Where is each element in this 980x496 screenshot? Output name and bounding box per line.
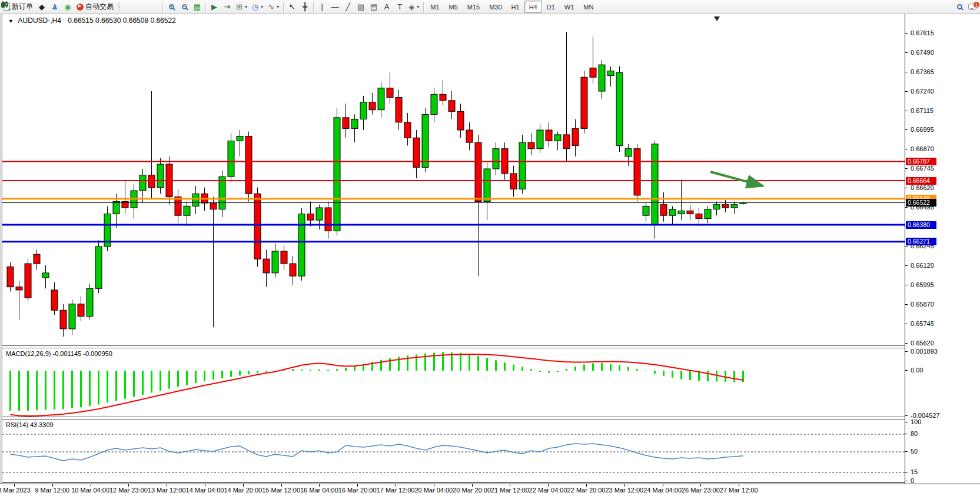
time-axis-tick <box>167 484 167 487</box>
candle-body <box>113 201 119 214</box>
axis-tick <box>905 52 908 53</box>
price-axis-label: 0.65745 <box>911 320 934 327</box>
auto-scroll-button[interactable]: ▶ <box>208 1 221 13</box>
time-axis-label: 21 Mar 12:00 <box>491 487 529 494</box>
time-axis-label: 16 Mar 20:00 <box>338 487 377 494</box>
auto-trading-button[interactable]: 自动交易 <box>74 1 116 13</box>
price-level-badge: 0.66271 <box>906 238 936 245</box>
text-icon: A <box>384 3 390 11</box>
candle-body <box>122 201 128 208</box>
candlestick-chart[interactable] <box>2 14 905 346</box>
candle-body <box>669 209 676 216</box>
candle-body <box>484 169 490 201</box>
expert-advisor-icon[interactable]: ♟ <box>48 1 61 13</box>
vertical-line-button[interactable]: ❘ <box>315 1 328 13</box>
candle-body <box>440 94 446 101</box>
candle-body <box>95 247 102 288</box>
auto-trading-label: 自动交易 <box>85 2 114 12</box>
macd-label: MACD(12,26,9) -0.001145 -0.000950 <box>6 350 112 357</box>
candle-body <box>581 77 587 128</box>
rsi-panel[interactable]: RSI(14) 43.3309 <box>2 419 905 483</box>
axis-tick <box>905 415 908 416</box>
line-chart-icon <box>0 0 9 9</box>
timeframe-m30-button[interactable]: M30 <box>484 1 506 13</box>
macd-chart <box>2 348 905 418</box>
candlestick-chart-button[interactable] <box>135 1 148 13</box>
axis-tick <box>905 324 908 324</box>
candle-body <box>60 310 67 329</box>
trendline-button[interactable]: ╱ <box>341 1 354 13</box>
line-chart-button[interactable] <box>148 1 161 13</box>
timeframe-m1-button[interactable]: M1 <box>426 1 444 13</box>
tile-windows-button[interactable]: ▦ <box>191 1 204 13</box>
search-button[interactable] <box>953 1 966 13</box>
candle-body <box>175 197 181 216</box>
candle-body <box>42 273 49 278</box>
gold-seal-icon[interactable]: ◆ <box>35 1 48 13</box>
trendline-icon: ╱ <box>346 3 350 11</box>
candle-body <box>298 214 305 277</box>
time-axis-tick <box>243 484 244 487</box>
candle-body <box>254 194 261 259</box>
cursor-button[interactable]: ↖ <box>285 1 298 13</box>
candle-body <box>307 214 314 221</box>
timeframe-d1-button[interactable]: D1 <box>542 1 560 13</box>
time-axis[interactable]: 8 Mar 20239 Mar 12:0010 Mar 04:0012 Mar … <box>0 484 980 496</box>
timeframe-h4-button[interactable]: H4 <box>524 1 542 13</box>
arrows-button[interactable]: ◈▾ <box>406 1 421 13</box>
time-axis-label: 15 Mar 12:00 <box>262 487 300 494</box>
text-button[interactable]: A <box>380 1 393 13</box>
candle-body <box>660 205 667 215</box>
periods-button[interactable]: ◷▾ <box>250 1 265 13</box>
fibonacci-button[interactable]: ▤ <box>367 1 380 13</box>
chart-shift-marker <box>714 16 720 21</box>
time-axis-tick <box>739 484 739 487</box>
horizontal-line-icon: — <box>331 3 339 11</box>
timeframe-m15-button[interactable]: M15 <box>463 1 484 13</box>
price-axis[interactable]: 0.676150.674900.673650.672400.671150.669… <box>905 14 980 484</box>
timeframe-mn-button[interactable]: MN <box>579 1 598 13</box>
timeframe-m5-button[interactable]: M5 <box>444 1 463 13</box>
vertical-line-icon: ❘ <box>319 3 325 11</box>
time-axis-label: 20 Mar 04:00 <box>414 487 453 494</box>
gold-seal-icon: ◆ <box>39 3 45 11</box>
text-label-button[interactable]: T <box>393 1 406 13</box>
timeframe-w1-button[interactable]: W1 <box>560 1 579 13</box>
timeframe-h1-button[interactable]: H1 <box>507 1 524 13</box>
candle-body <box>334 118 340 231</box>
axis-tick <box>905 246 908 247</box>
candle-body <box>404 122 411 138</box>
axis-tick <box>905 33 908 34</box>
time-axis-tick <box>319 484 320 487</box>
periods-icon: ◷ <box>252 3 258 11</box>
time-axis-label: 22 Mar 04:00 <box>529 487 567 494</box>
candle-body <box>554 135 561 141</box>
candle-body <box>572 128 579 145</box>
timeframe-label: MN <box>581 4 596 11</box>
text-label-icon: T <box>397 3 402 11</box>
macd-panel[interactable]: MACD(12,26,9) -0.001145 -0.000950 <box>2 348 905 417</box>
equidistant-channel-button[interactable]: ▨ <box>354 1 367 13</box>
horizontal-line-button[interactable]: — <box>328 1 341 13</box>
time-axis-tick <box>205 484 205 487</box>
main-chart-panel[interactable]: ▼ AUDUSD-,H4 0.66515 0.66530 0.66508 0.6… <box>2 14 905 346</box>
price-axis-label: 0.66995 <box>911 126 934 133</box>
price-axis-label: 0.65620 <box>911 339 934 347</box>
chart-shift-button[interactable]: ⇥ <box>221 1 234 13</box>
templates-button[interactable]: ∿▾ <box>265 1 281 13</box>
axis-tick <box>905 168 908 169</box>
chart-menu-icon[interactable]: ▼ <box>8 18 14 24</box>
crosshair-button[interactable]: ╋ <box>298 1 311 13</box>
candle-body <box>316 208 323 220</box>
zoom-out-button[interactable]: − <box>178 1 191 13</box>
new-chart-button[interactable]: ⊞▾ <box>234 1 250 13</box>
price-axis-label: 0.66120 <box>911 262 934 269</box>
bar-chart-button[interactable] <box>122 1 135 13</box>
candle-body <box>25 264 31 298</box>
candle-body <box>607 71 614 76</box>
zoom-in-button[interactable]: + <box>165 1 178 13</box>
notifications-button[interactable]: 1 <box>966 1 979 13</box>
price-level-badge: 0.66787 <box>906 158 936 165</box>
signals-icon[interactable]: ◉ <box>61 1 74 13</box>
candle-body <box>387 88 393 98</box>
